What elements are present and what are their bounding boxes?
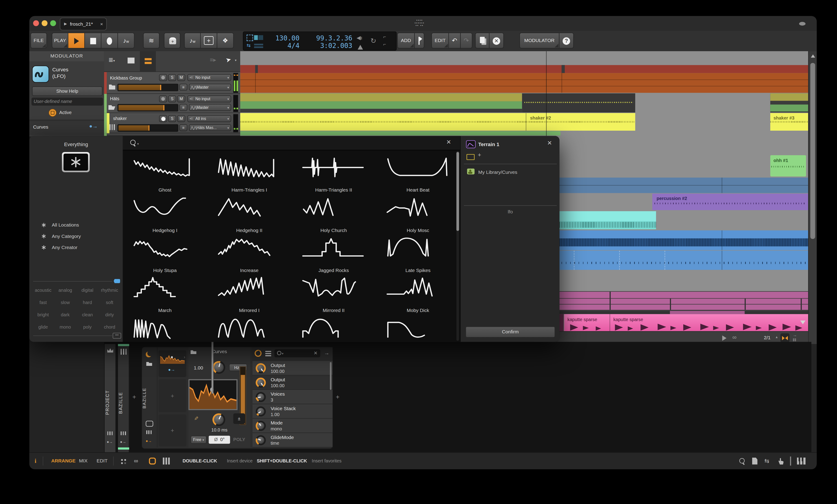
add-marker-flag-icon[interactable] [415,33,424,49]
preset-label[interactable]: Holy Stupa [125,268,205,273]
rate-knob[interactable] [212,361,225,374]
zoom-level-value[interactable]: 2/1 [764,335,770,340]
close-window-button[interactable] [33,20,39,26]
browser-search-bar[interactable]: ▾ ✕ [123,136,460,150]
track-menu-button[interactable]: ≡ [179,83,188,91]
sync-mode-selector[interactable]: Free ▾ [191,435,207,444]
modulator-slot-empty-1[interactable]: + [159,379,186,412]
param-knob[interactable] [256,406,266,416]
close-target-pane-icon[interactable]: ✕ [547,140,552,147]
record-arm-button[interactable] [159,74,167,81]
touch-hand-icon[interactable] [777,457,785,465]
browser-filter-any-category[interactable]: Any Category [41,232,121,241]
device-panel-toggle-icon[interactable] [149,458,156,465]
transport-display[interactable]: ⇆ 130.00 4/4 99.3.2.36 3:02.003 ◀‖ ↻ ⌐ ⌐ [243,31,397,51]
mute-button[interactable]: M [177,74,185,81]
search-icon[interactable] [130,140,136,145]
param-knob[interactable] [256,363,266,373]
volume-fader[interactable] [117,124,178,132]
user-defined-name-field[interactable]: User-defined name [31,97,103,106]
device-enable-moon-icon[interactable] [146,352,152,357]
preset-label[interactable]: Late Spikes [378,268,458,273]
mod-amount-icon[interactable] [254,350,262,357]
param-value[interactable]: 100.00 [271,369,285,374]
playhead-time[interactable]: 3:02.003 [303,42,352,50]
preset-Increase[interactable] [217,236,281,260]
device-title[interactable]: Curves [188,349,250,354]
mod-routing-icon[interactable]: ●→ [107,440,112,444]
browser-scrollbar[interactable] [457,151,459,341]
stop-button[interactable] [85,33,102,49]
smoothing-knob[interactable] [212,413,225,426]
tab-bazille[interactable]: BAZILLE ●→ [118,344,129,452]
clip-percussion-2[interactable]: percussion #2 [652,193,808,210]
preset-label[interactable]: Mirrored II [293,308,374,313]
add-device-left-icon[interactable]: + [132,393,136,400]
preset-Harm-Triangles II[interactable] [302,155,366,180]
preset-label[interactable]: March [125,308,205,313]
tag-bright[interactable]: bright [32,312,54,317]
phase-field[interactable]: Ø 0° [209,435,230,444]
input-selector[interactable]: 🕬All ins▾ [188,115,231,122]
link-icon[interactable]: ∞ [134,453,138,469]
clip-kickbass-top[interactable] [240,65,808,73]
modulator-slot-curves[interactable]: › ●→ [159,350,186,377]
automation-follow-icon[interactable]: ≋ [143,33,160,49]
clip-shaker-1[interactable] [240,113,526,131]
tag-soft[interactable]: soft [99,300,121,305]
preset-Harm-Triangles I[interactable] [217,155,281,180]
search-dropdown-icon[interactable]: ▾ [137,142,139,145]
minimize-window-button[interactable] [42,20,48,26]
view-edit[interactable]: EDIT [97,453,108,469]
param-menu-icon[interactable] [265,351,271,352]
preset-label[interactable]: Harm-Triangles II [293,187,374,192]
tab-project[interactable]: PROJECT ●→ [105,344,116,452]
confirm-button[interactable]: Confirm [466,326,555,337]
track-menu-button[interactable]: ≡ [179,124,188,131]
volume-fader[interactable] [117,83,178,91]
param-row-glidemode[interactable]: GlideModetime [252,433,333,447]
tag-chord[interactable]: chord [99,324,121,330]
volume-fader[interactable] [117,104,178,112]
preset-Holy Stupa[interactable] [133,236,197,260]
close-tab-icon[interactable]: × [100,18,103,30]
param-row-output[interactable]: Output100.00 [252,361,333,375]
add-location-icon[interactable]: + [478,152,481,158]
track-name[interactable]: Häts [110,96,119,101]
tag-poly[interactable]: poly [76,324,99,330]
preset-Holy Mosc[interactable] [386,195,450,220]
preset-partial[interactable] [133,316,197,341]
clip-edge-chip[interactable] [559,314,564,331]
output-selector[interactable]: ⋀⋀Häts Mas...▾ [189,124,231,131]
track-name[interactable]: Kickbass Group [110,75,142,80]
tag-filter-icon[interactable] [114,279,120,283]
clip-steel-blue-band[interactable] [559,178,808,193]
pencil-edit-icon[interactable]: ✎ [193,416,199,421]
remote-controls-icon[interactable] [146,421,153,427]
smoothing-value[interactable]: 10.0 ms [188,427,250,432]
more-tags-icon[interactable]: ••• [112,333,121,339]
tag-hard[interactable]: hard [76,300,99,305]
tag-acoustic[interactable]: acoustic [32,287,54,293]
preset-label[interactable]: Ghost [125,187,205,192]
param-next-icon[interactable]: → [324,350,330,356]
preset-Hedgehog II[interactable] [217,195,281,220]
everything-tile[interactable] [62,152,90,172]
track-name[interactable]: shaker [113,116,127,121]
view-mix[interactable]: MIX [79,453,88,469]
param-value[interactable]: 3 [271,397,273,403]
preset-label[interactable]: Mirrored I [209,308,289,313]
browser-filter-any-creator[interactable]: Any Creator [41,244,121,253]
browser-scope-title[interactable]: Everything [29,141,123,147]
tag-glide[interactable]: glide [32,324,54,330]
clip-haets-a[interactable] [240,93,522,112]
param-knob[interactable] [256,435,266,445]
tag-analog[interactable]: analog [54,287,76,293]
preset-partial[interactable] [386,316,450,341]
clip-kickbass-lanes[interactable] [240,73,808,93]
zoom-link-icon[interactable]: ∞ [732,334,736,340]
grid-view-icon[interactable]: ▦ [128,57,135,63]
fade-out-icon[interactable]: ⌐ [383,34,386,39]
open-folder-icon[interactable] [108,104,115,110]
add-button[interactable]: ADD [397,33,415,49]
